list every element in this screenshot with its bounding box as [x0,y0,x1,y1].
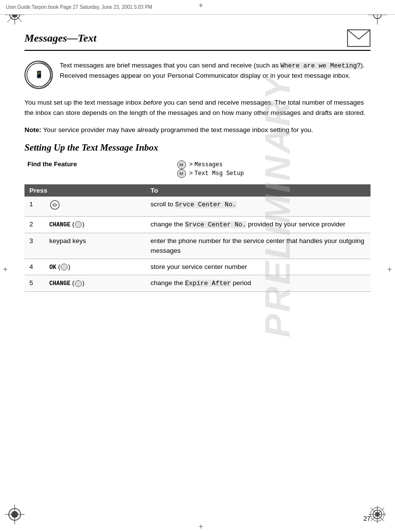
press-5: CHANGE () [45,275,146,292]
find-feature-path: M > Messages M > Text Msg Setup [174,159,371,179]
body-para-note: Note: Your service provider may have alr… [24,125,371,135]
table-row: 3 keypad keys enter the phone number for… [24,233,371,259]
step-1: 1 [24,197,45,217]
intro-section: 📱 Network/Subscription Network/Subscript… [24,61,371,89]
menu-icon-1: M [177,160,186,169]
bottom-marker [198,523,205,530]
press-1 [45,197,146,217]
left-marker [2,266,9,273]
button-circle-ok [61,264,68,270]
svg-text:📱: 📱 [35,70,44,79]
press-3: keypad keys [45,233,146,259]
to-3: enter the phone number for the service c… [145,233,371,259]
menu-path-messages: Messages [194,161,223,168]
instruction-table: Press To 1 scroll to Srvce Center No. [24,184,371,292]
body-para-1: You must set up the text message inbox b… [24,98,371,118]
find-feature-table: Find the Feature M > Messages M > Text M… [24,159,371,179]
intro-mono-text: Where are we Meeting? [280,62,361,69]
menu-path-setup: Text Msg Setup [194,170,244,177]
envelope-icon [347,29,371,47]
menu-path-line1: M > Messages [177,160,368,169]
button-circle [75,221,82,228]
table-row: 4 OK () store your service center number [24,259,371,275]
table-row: 5 CHANGE () change the Expire After peri… [24,275,371,292]
table-row: 1 scroll to Srvce Center No. [24,197,371,217]
intro-text-before: Text messages are brief messages that yo… [60,62,280,69]
press-4: OK () [45,259,146,275]
right-marker [386,266,393,273]
to-2: change the Srvce Center No. provided by … [145,217,371,233]
to-4: store your service center number [145,259,371,275]
menu-path-line2: M > Text Msg Setup [177,169,368,178]
button-circle-change2 [75,280,82,287]
menu-icon-2: M [177,169,186,178]
note-label: Note: [24,126,42,133]
press-2: CHANGE () [45,217,146,233]
table-row: 2 CHANGE () change the Srvce Center No. … [24,217,371,233]
top-marker [198,2,205,9]
step-3: 3 [24,233,45,259]
page-title-text: Messages—Text [24,32,96,44]
find-feature-label: Find the Feature [24,159,174,179]
page-title: Messages—Text [24,29,371,51]
table-header-to: To [145,184,371,197]
note-text: Your service provider may have already p… [42,126,313,133]
table-header-row: Press To [24,184,371,197]
svg-point-12 [11,511,18,518]
network-subscription-badge: 📱 Network/Subscription Network/Subscript… [24,61,53,89]
step-2: 2 [24,217,45,233]
italic-before: before [143,99,162,106]
table-header-press: Press [24,184,145,197]
step-4: 4 [24,259,45,275]
step-5: 5 [24,275,45,292]
to-5: change the Expire After period [145,275,371,292]
page-number: 27 [364,515,371,522]
intro-text: Text messages are brief messages that yo… [60,61,371,89]
header-text: User.Guide.Tarpon.book Page 27 Saturday,… [6,4,152,10]
to-1: scroll to Srvce Center No. [145,197,371,217]
scroll-icon [49,200,60,210]
main-content: Messages—Text 📱 Network/Subscription [24,15,371,508]
svg-point-25 [50,200,59,209]
subsection-title: Setting Up the Text Message Inbox [24,142,371,153]
